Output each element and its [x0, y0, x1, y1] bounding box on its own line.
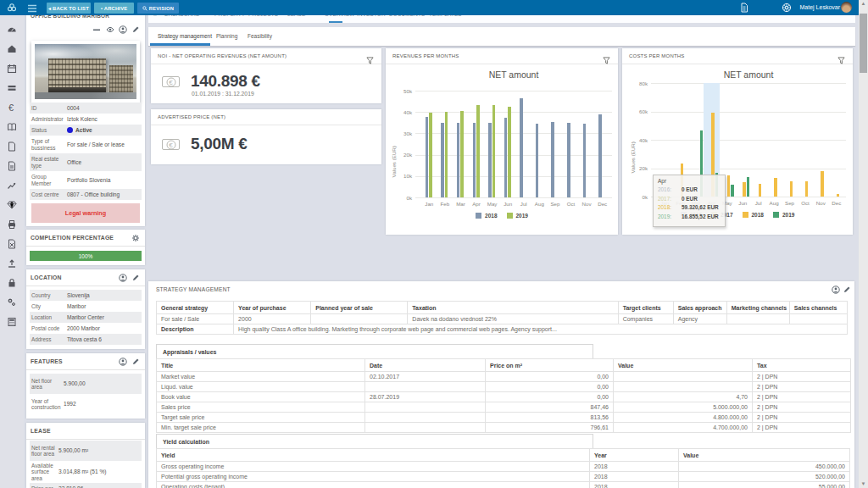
table-row[interactable]: Operating costs (tenant)201855.000,00: [157, 482, 850, 488]
table-row[interactable]: Min. target sale price796,614.700.000,00…: [157, 423, 851, 433]
bar-2019-May[interactable]: [492, 105, 496, 197]
legend-item-2019[interactable]: 2019: [773, 212, 794, 218]
bar-2018-Aug[interactable]: [536, 124, 539, 197]
bar-2018-Sep[interactable]: [551, 122, 554, 197]
user-avatar[interactable]: [841, 2, 852, 13]
upload-icon[interactable]: [7, 258, 17, 269]
bar-2018-Aug[interactable]: [774, 178, 777, 197]
bar-2018-Nov[interactable]: [583, 124, 587, 197]
bar-2018-Jul[interactable]: [759, 184, 762, 197]
bar-2018-Oct[interactable]: [567, 123, 570, 197]
chart-icon[interactable]: [7, 180, 17, 191]
x-tick-label: Dec: [594, 201, 611, 207]
bar-2019-Jun[interactable]: [747, 177, 750, 197]
archive-button[interactable]: ▪ ARCHIVE: [94, 3, 134, 14]
home-icon[interactable]: [7, 44, 17, 54]
table-row[interactable]: For sale / Sale2000Davek na dodano vredn…: [157, 314, 848, 324]
filter-icon[interactable]: [366, 53, 374, 60]
menu-icon[interactable]: [27, 3, 37, 14]
legal-warning-badge[interactable]: Legal warning: [31, 203, 140, 223]
table-row[interactable]: Liqud. value0,002 | DPN: [157, 382, 851, 392]
person-icon[interactable]: [119, 25, 127, 34]
bar-2019-Jun[interactable]: [508, 107, 511, 197]
edit-pencil-icon[interactable]: [131, 358, 140, 366]
y-tick-label: 0k: [631, 194, 648, 200]
revision-button[interactable]: REVISION: [137, 3, 179, 14]
bar-2018-May[interactable]: [727, 175, 731, 197]
bar-2019-Mar[interactable]: [460, 111, 464, 197]
filter-icon[interactable]: [603, 53, 610, 60]
subtab-feasibility[interactable]: Feasibility: [248, 33, 272, 39]
book-icon[interactable]: [7, 122, 17, 132]
person-icon[interactable]: [119, 274, 127, 282]
bar-2018-Jun[interactable]: [504, 118, 508, 198]
file-excel-icon[interactable]: [7, 239, 17, 249]
filter-icon[interactable]: [837, 53, 845, 60]
page-icon[interactable]: [7, 141, 17, 152]
page-scrollbar[interactable]: ▲ ▼: [859, 0, 868, 488]
x-tick-label: Feb: [437, 201, 453, 207]
bar-2018-Feb[interactable]: [441, 123, 444, 197]
bar-2019-Feb[interactable]: [445, 112, 448, 197]
diamond-icon[interactable]: [7, 200, 17, 210]
printer-icon[interactable]: [7, 219, 17, 230]
dashboard-icon[interactable]: [7, 25, 17, 35]
icon-sidebar: €: [0, 15, 24, 488]
bar-2018-May[interactable]: [488, 123, 492, 197]
bar-2018-Jun[interactable]: [743, 182, 746, 197]
table-row[interactable]: Book value28.07.20190,004,702 | DPN: [157, 392, 851, 402]
bar-2018-Oct[interactable]: [805, 181, 809, 197]
euro-icon[interactable]: €: [7, 103, 17, 113]
bar-2018-Dec[interactable]: [837, 194, 840, 197]
bar-2018-Sep[interactable]: [790, 181, 793, 197]
table-row[interactable]: Gross operating income2018450.000,00: [157, 462, 850, 472]
legend-swatch: [773, 212, 779, 218]
bar-2018-Jul[interactable]: [520, 98, 523, 197]
legend-item-2018[interactable]: 2018: [743, 212, 764, 218]
strategy-management-panel: STRATEGY MANAGEMENT General strategyYear…: [148, 281, 854, 488]
bar-2018-Nov[interactable]: [821, 171, 824, 197]
table-row[interactable]: Target sale price813,564.800.000,002 | D…: [157, 413, 851, 423]
settings-icon[interactable]: [7, 297, 17, 308]
calendar-icon[interactable]: [7, 64, 17, 74]
lock-icon[interactable]: [7, 278, 17, 288]
bar-2019-May[interactable]: [731, 185, 734, 197]
bar-2018-Apr[interactable]: [473, 123, 476, 197]
scroll-down-arrow[interactable]: ▼: [860, 481, 866, 487]
revenues-card-title: REVENUES PER MONTHS: [392, 53, 459, 58]
legend-item-2018[interactable]: 2018: [476, 213, 497, 219]
list-icon[interactable]: [7, 83, 17, 93]
gear-icon[interactable]: [131, 234, 140, 242]
table-cell: [365, 382, 486, 392]
table-row[interactable]: Potential gross operating income2018520.…: [157, 472, 850, 482]
eye-icon[interactable]: [106, 25, 114, 34]
table-row[interactable]: Market value02.10.20170,002 | DPN: [157, 372, 851, 382]
minus-icon[interactable]: [92, 25, 101, 34]
property-photo[interactable]: [31, 41, 140, 103]
bar-2019-Jan[interactable]: [429, 113, 432, 197]
report-icon[interactable]: [7, 161, 17, 171]
subtab-strategy-management[interactable]: Strategy management: [158, 33, 212, 39]
person-icon[interactable]: [832, 286, 840, 294]
scrollbar-thumb[interactable]: [860, 14, 867, 73]
scroll-up-arrow[interactable]: ▲: [860, 1, 866, 7]
subtab-planning[interactable]: Planning: [216, 33, 237, 39]
edit-pencil-icon[interactable]: [843, 286, 851, 294]
bar-2019-Apr[interactable]: [476, 105, 480, 197]
edit-pencil-icon[interactable]: [131, 274, 140, 282]
person-icon[interactable]: [119, 358, 127, 366]
user-name[interactable]: Matej Leskovar: [800, 4, 840, 10]
app-logo[interactable]: [7, 3, 17, 13]
table-row[interactable]: Sales price847,465.000.000,002 | DPN: [157, 402, 851, 413]
subtab-bar: Strategy managementPlanningFeasibility: [148, 27, 855, 46]
back-to-list-button[interactable]: ◂ BACK TO LIST: [47, 3, 91, 14]
advertised-price-amount: 5,00M €: [191, 135, 248, 153]
bar-2018-Jan[interactable]: [426, 117, 429, 197]
document-icon[interactable]: [739, 3, 749, 13]
globe-icon[interactable]: [782, 3, 792, 13]
edit-pencil-icon[interactable]: [131, 25, 140, 34]
bar-2018-Mar[interactable]: [457, 123, 460, 197]
calculator-icon[interactable]: [7, 317, 17, 327]
bar-2018-Dec[interactable]: [598, 114, 602, 197]
legend-item-2019[interactable]: 2019: [507, 213, 528, 219]
